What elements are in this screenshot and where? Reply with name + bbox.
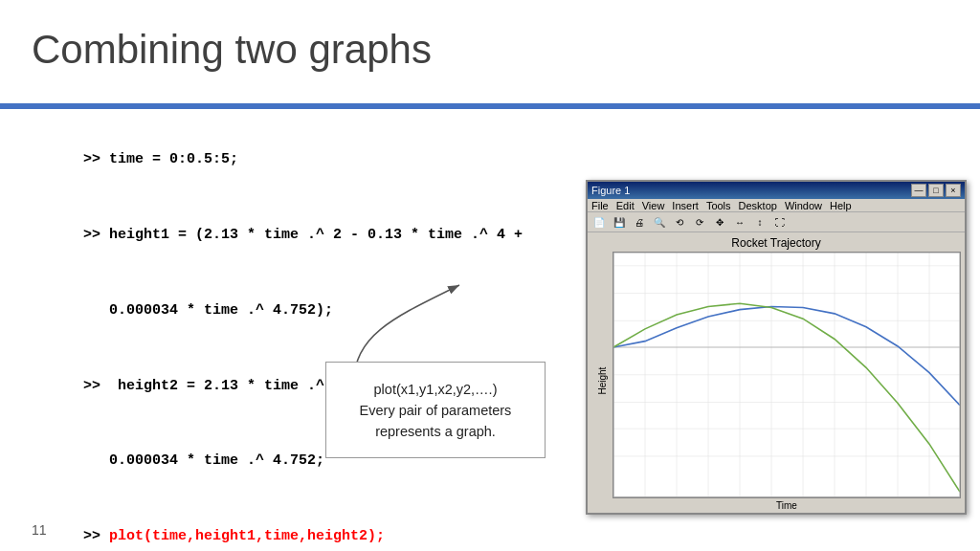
figure-toolbar: 📄 💾 🖨 🔍 ⟲ ⟳ ✥ ↔ ↕ ⛶ (588, 212, 965, 232)
prompt-3: >> (83, 378, 109, 394)
plot-canvas: Height (591, 252, 961, 511)
code-text-2b: 0.000034 * time .^ 4.752); (109, 302, 333, 319)
code-line-1: >> time = 0:0.5:5; (32, 122, 540, 198)
menu-view[interactable]: View (642, 200, 665, 211)
code-block: >> time = 0:0.5:5; >> height1 = (2.13 * … (32, 122, 540, 551)
code-text-4: plot(time,height1,time,height2); (109, 528, 385, 544)
figure-titlebar-buttons: — □ × (911, 184, 961, 197)
toolbar-icon-7[interactable]: ✥ (710, 212, 729, 231)
figure-plot-area: Rocket Trajectory Height (588, 232, 965, 513)
prompt-2: >> (83, 227, 109, 243)
callout-line2: Every pair of parameters (342, 401, 529, 422)
slide-title: Combining two graphs (32, 27, 432, 73)
toolbar-icon-9[interactable]: ↕ (750, 212, 769, 231)
code-text-2: height1 = (2.13 * time .^ 2 - 0.13 * tim… (109, 227, 523, 243)
toolbar-icon-1[interactable]: 📄 (590, 212, 609, 231)
close-button[interactable]: × (946, 184, 961, 197)
toolbar-icon-10[interactable]: ⛶ (770, 212, 790, 231)
page-number: 11 (32, 522, 47, 538)
plot-inner: 10 0 -10 -20 -30 -40 -50 0 0.5 1 1.5 2 2… (612, 252, 961, 511)
code-line-2: >> height1 = (2.13 * time .^ 2 - 0.13 * … (32, 198, 540, 274)
menu-window[interactable]: Window (785, 200, 822, 211)
figure-window: Figure 1 — □ × File Edit View Insert Too… (586, 180, 967, 515)
plot-title: Rocket Trajectory (731, 236, 820, 250)
code-line-2b: 0.000034 * time .^ 4.752); (32, 274, 540, 349)
callout-line3: represents a graph. (342, 422, 529, 443)
toolbar-icon-3[interactable]: 🖨 (630, 212, 649, 231)
plot-svg: 10 0 -10 -20 -30 -40 -50 0 0.5 1 1.5 2 2… (612, 252, 961, 498)
title-bar (0, 103, 980, 109)
code-text-3b: 0.000034 * time .^ 4.752; (109, 452, 324, 469)
code-line-4: >> plot(time,height1,time,height2); (32, 499, 540, 551)
toolbar-icon-6[interactable]: ⟳ (690, 212, 709, 231)
toolbar-icon-4[interactable]: 🔍 (650, 212, 669, 231)
code-text-1: time = 0:0.5:5; (109, 151, 238, 167)
slide: Combining two graphs >> time = 0:0.5:5; … (0, 0, 980, 551)
toolbar-icon-2[interactable]: 💾 (610, 212, 629, 231)
toolbar-icon-5[interactable]: ⟲ (670, 212, 689, 231)
menu-edit[interactable]: Edit (616, 200, 635, 211)
menu-help[interactable]: Help (830, 200, 852, 211)
menu-insert[interactable]: Insert (672, 200, 699, 211)
plot-xlabel: Time (612, 500, 961, 511)
figure-menubar: File Edit View Insert Tools Desktop Wind… (588, 199, 965, 213)
menu-desktop[interactable]: Desktop (739, 200, 777, 211)
maximize-button[interactable]: □ (928, 184, 944, 197)
prompt-4: >> (83, 528, 109, 544)
toolbar-icon-8[interactable]: ↔ (730, 212, 749, 231)
callout-line1: plot(x1,y1,x2,y2,….) (342, 380, 529, 401)
prompt-3b (83, 452, 109, 469)
menu-file[interactable]: File (591, 200, 609, 211)
prompt-2b (83, 302, 109, 319)
plot-ylabel: Height (591, 252, 612, 511)
minimize-button[interactable]: — (911, 184, 926, 197)
figure-titlebar: Figure 1 — □ × (588, 182, 965, 199)
callout-box: plot(x1,y1,x2,y2,….) Every pair of param… (325, 362, 546, 458)
menu-tools[interactable]: Tools (706, 200, 731, 211)
prompt-1: >> (83, 151, 109, 167)
figure-title-text: Figure 1 (591, 185, 630, 196)
